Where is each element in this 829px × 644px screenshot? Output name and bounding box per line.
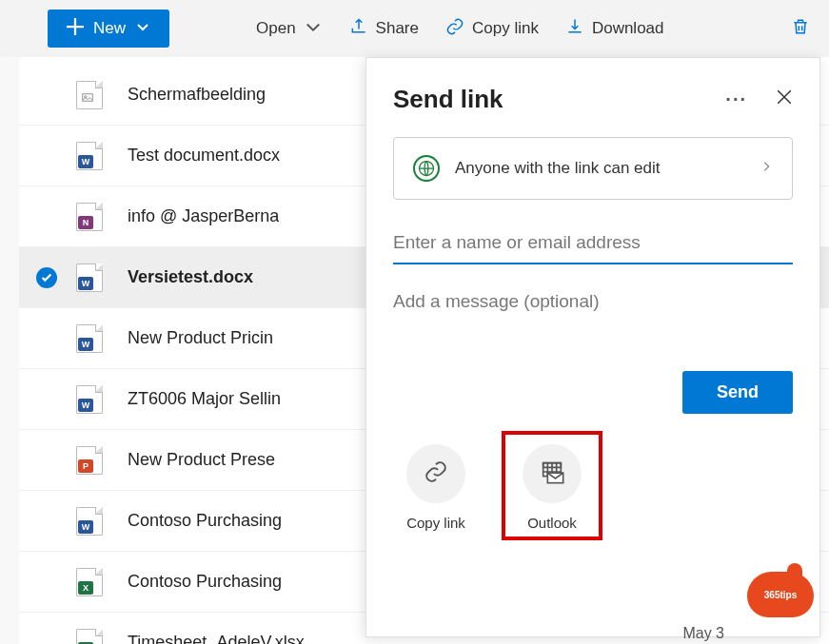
word-file-icon: W [76, 324, 103, 353]
file-name: Contoso Purchasing [128, 511, 282, 531]
file-name: Schermafbeelding [128, 85, 266, 105]
chevron-down-icon [135, 19, 150, 39]
word-file-icon: W [76, 507, 103, 536]
share-icon [349, 17, 368, 41]
highlight-annotation: Outlook [502, 431, 602, 540]
panel-header: Send link ··· [393, 85, 793, 114]
date-text: May 3 [682, 625, 724, 642]
file-name: New Product Prese [128, 450, 275, 470]
ppt-file-icon: P [76, 446, 103, 475]
close-button[interactable] [776, 88, 793, 110]
copy-link-button[interactable]: Copy link [445, 17, 539, 41]
download-label: Download [592, 19, 664, 38]
word-file-icon: W [76, 142, 103, 170]
globe-icon [413, 155, 440, 182]
xls-file-icon: X [76, 629, 103, 645]
send-link-panel: Send link ··· Anyone with the link can e… [365, 57, 820, 637]
share-button[interactable]: Share [349, 17, 419, 41]
new-button[interactable]: New [48, 10, 169, 48]
share-label: Share [376, 19, 419, 38]
send-button[interactable]: Send [682, 371, 793, 414]
download-button[interactable]: Download [565, 17, 664, 41]
link-permissions-selector[interactable]: Anyone with the link can edit [393, 137, 793, 200]
open-button[interactable]: Open [256, 17, 323, 41]
file-name: Timesheet_AdeleV.xlsx [128, 633, 305, 644]
command-bar: New Open Share Copy link Download [0, 0, 829, 57]
file-name: info @ JasperBerna [128, 206, 279, 226]
open-label: Open [256, 19, 296, 38]
link-icon [424, 459, 448, 488]
download-icon [565, 17, 584, 41]
copy-link-label: Copy link [472, 19, 539, 38]
file-name: Test document.docx [128, 146, 280, 166]
link-icon [445, 17, 464, 41]
panel-title: Send link [393, 85, 503, 114]
one-file-icon: N [76, 203, 103, 231]
message-input[interactable] [393, 289, 793, 314]
permission-text: Anyone with the link can edit [455, 159, 744, 178]
watermark-text: 365tips [764, 590, 797, 600]
outlook-option-label: Outlook [527, 515, 577, 531]
file-name: New Product Pricin [128, 328, 273, 348]
watermark-badge: 365tips [747, 572, 814, 617]
chevron-down-icon [304, 17, 323, 41]
copy-link-option-label: Copy link [406, 515, 465, 531]
more-options-button[interactable]: ··· [725, 88, 747, 110]
outlook-icon [539, 459, 565, 489]
file-name: Contoso Purchasing [128, 572, 282, 592]
img-file-icon [76, 81, 103, 109]
copy-link-option[interactable]: Copy link [406, 444, 465, 535]
recipient-input[interactable] [393, 226, 793, 264]
word-file-icon: W [76, 263, 103, 292]
word-file-icon: W [76, 385, 103, 414]
file-name: ZT6006 Major Sellin [128, 389, 281, 409]
plus-icon [67, 18, 84, 40]
delete-button[interactable] [791, 17, 810, 41]
xls-file-icon: X [76, 568, 103, 596]
selected-check-icon [36, 267, 57, 288]
chevron-right-icon [760, 160, 773, 177]
outlook-option[interactable]: Outlook [523, 444, 582, 531]
file-name: Versietest.docx [128, 267, 253, 287]
new-button-label: New [93, 19, 126, 38]
share-options: Copy link Outlook [393, 435, 793, 538]
trash-icon [791, 17, 810, 41]
